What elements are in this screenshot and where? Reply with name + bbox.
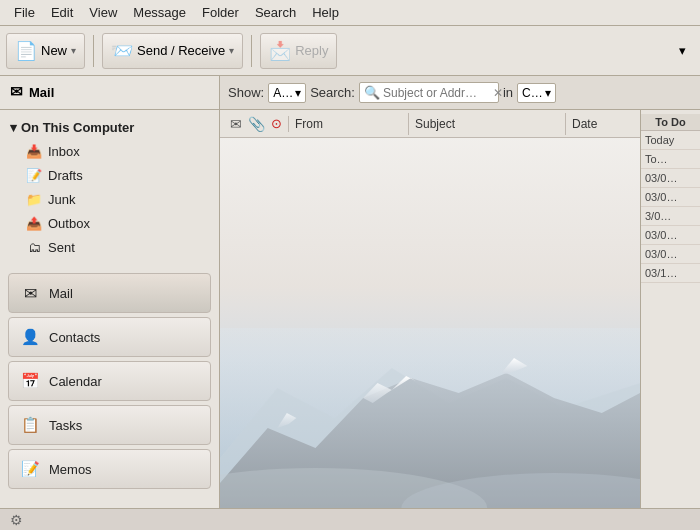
nav-memos-icon: 📝 [19, 458, 41, 480]
search-label: Search: [310, 85, 355, 100]
send-receive-dropdown-arrow[interactable]: ▾ [229, 45, 234, 56]
new-button-label: New [41, 43, 67, 58]
show-label: Show: [228, 85, 264, 100]
nav-tasks-icon: 📋 [19, 414, 41, 436]
junk-label: Junk [48, 192, 75, 207]
content-pane: ✉ 📎 ⊙ From Subject Date [220, 110, 640, 508]
on-this-computer-label: On This Computer [21, 120, 134, 135]
sent-icon: 🗂 [26, 239, 42, 255]
email-list [220, 138, 640, 508]
send-receive-icon: 📨 [111, 40, 133, 62]
menu-view[interactable]: View [81, 3, 125, 22]
todo-header: To Do [641, 114, 700, 131]
new-email-icon: 📄 [15, 40, 37, 62]
inbox-icon: 📥 [26, 143, 42, 159]
toolbar-right: ▾ [671, 33, 694, 69]
todo-item-7[interactable]: 03/1… [641, 264, 700, 283]
new-button[interactable]: 📄 New ▾ [6, 33, 85, 69]
col-attachment-icon: 📎 [248, 116, 265, 132]
menu-edit[interactable]: Edit [43, 3, 81, 22]
subject-header-label: Subject [415, 117, 455, 131]
col-from[interactable]: From [289, 113, 409, 135]
col-envelope-icon: ✉ [230, 116, 242, 132]
main-area: ▾ On This Computer 📥 Inbox 📝 Drafts 📁 Ju… [0, 110, 700, 508]
nav-calendar[interactable]: 📅 Calendar [8, 361, 211, 401]
col-icon-group: ✉ 📎 ⊙ [224, 116, 289, 132]
show-area: Show: A… ▾ Search: 🔍 ✕ in C… ▾ [220, 82, 700, 103]
filter-bar: ✉ Mail Show: A… ▾ Search: 🔍 ✕ in C… ▾ [0, 76, 700, 110]
todo-item-today[interactable]: Today [641, 131, 700, 150]
col-date[interactable]: Date [566, 113, 636, 135]
nav-mail[interactable]: ✉ Mail [8, 273, 211, 313]
junk-icon: 📁 [26, 191, 42, 207]
reply-label: Reply [295, 43, 328, 58]
statusbar-icon: ⚙ [10, 512, 23, 528]
reply-button[interactable]: 📩 Reply [260, 33, 337, 69]
menu-help[interactable]: Help [304, 3, 347, 22]
toolbar: 📄 New ▾ 📨 Send / Receive ▾ 📩 Reply ▾ [0, 26, 700, 76]
sent-label: Sent [48, 240, 75, 255]
outbox-icon: 📤 [26, 215, 42, 231]
todo-item-6[interactable]: 03/0… [641, 245, 700, 264]
todo-item-2[interactable]: 03/0… [641, 169, 700, 188]
column-headers: ✉ 📎 ⊙ From Subject Date [220, 110, 640, 138]
nav-contacts[interactable]: 👤 Contacts [8, 317, 211, 357]
nav-mail-label: Mail [49, 286, 73, 301]
in-dropdown[interactable]: C… ▾ [517, 83, 556, 103]
col-subject[interactable]: Subject [409, 113, 566, 135]
menu-message[interactable]: Message [125, 3, 194, 22]
col-flag-icon: ⊙ [271, 116, 282, 131]
drafts-label: Drafts [48, 168, 83, 183]
sidebar-nav: ✉ Mail 👤 Contacts 📅 Calendar 📋 Tasks 📝 M… [0, 265, 219, 508]
todo-item-3[interactable]: 03/0… [641, 188, 700, 207]
menubar: File Edit View Message Folder Search Hel… [0, 0, 700, 26]
collapse-arrow-icon[interactable]: ▾ [10, 120, 17, 135]
nav-calendar-label: Calendar [49, 374, 102, 389]
sidebar-computer-header: ▾ On This Computer [0, 116, 219, 139]
sidebar: ▾ On This Computer 📥 Inbox 📝 Drafts 📁 Ju… [0, 110, 220, 508]
new-dropdown-arrow[interactable]: ▾ [71, 45, 76, 56]
sidebar-item-outbox[interactable]: 📤 Outbox [0, 211, 219, 235]
menu-folder[interactable]: Folder [194, 3, 247, 22]
more-icon: ▾ [679, 43, 686, 58]
reply-icon: 📩 [269, 40, 291, 62]
in-value: C… [522, 86, 543, 100]
todo-item-4[interactable]: 3/0… [641, 207, 700, 226]
nav-memos-label: Memos [49, 462, 92, 477]
show-arrow: ▾ [295, 86, 301, 100]
show-value: A… [273, 86, 293, 100]
search-input-wrapper: 🔍 ✕ [359, 82, 499, 103]
sidebar-item-sent[interactable]: 🗂 Sent [0, 235, 219, 259]
nav-tasks-label: Tasks [49, 418, 82, 433]
nav-contacts-icon: 👤 [19, 326, 41, 348]
in-label: in [503, 85, 513, 100]
from-header-label: From [295, 117, 323, 131]
menu-file[interactable]: File [6, 3, 43, 22]
nav-tasks[interactable]: 📋 Tasks [8, 405, 211, 445]
more-button[interactable]: ▾ [671, 33, 694, 69]
search-input[interactable] [383, 86, 493, 100]
sidebar-item-inbox[interactable]: 📥 Inbox [0, 139, 219, 163]
mountain-background [220, 328, 640, 508]
show-dropdown[interactable]: A… ▾ [268, 83, 306, 103]
sidebar-section-title: Mail [29, 85, 54, 100]
mail-envelope-icon: ✉ [10, 83, 23, 101]
todo-item-1[interactable]: To… [641, 150, 700, 169]
inbox-label: Inbox [48, 144, 80, 159]
menu-search[interactable]: Search [247, 3, 304, 22]
sidebar-item-drafts[interactable]: 📝 Drafts [0, 163, 219, 187]
date-header-label: Date [572, 117, 597, 131]
statusbar: ⚙ [0, 508, 700, 530]
sidebar-item-junk[interactable]: 📁 Junk [0, 187, 219, 211]
todo-sidebar: To Do Today To… 03/0… 03/0… 3/0… 03/0… 0… [640, 110, 700, 508]
sidebar-top-label: ✉ Mail [0, 76, 220, 110]
outbox-label: Outbox [48, 216, 90, 231]
search-clear-icon[interactable]: ✕ [493, 86, 503, 100]
send-receive-button[interactable]: 📨 Send / Receive ▾ [102, 33, 243, 69]
todo-item-5[interactable]: 03/0… [641, 226, 700, 245]
nav-memos[interactable]: 📝 Memos [8, 449, 211, 489]
sidebar-folder-section: ▾ On This Computer 📥 Inbox 📝 Drafts 📁 Ju… [0, 110, 219, 265]
toolbar-sep-2 [251, 35, 252, 67]
nav-calendar-icon: 📅 [19, 370, 41, 392]
drafts-icon: 📝 [26, 167, 42, 183]
